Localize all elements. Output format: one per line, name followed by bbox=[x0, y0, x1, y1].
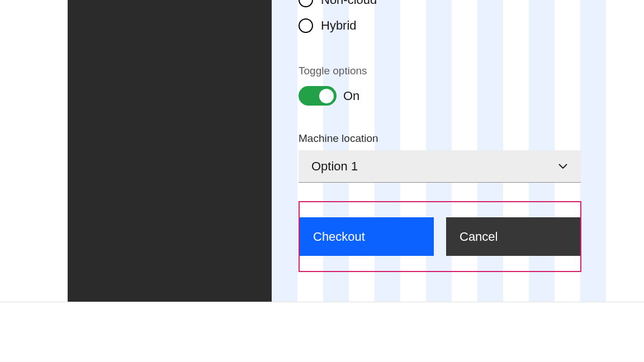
divider bbox=[0, 302, 644, 302]
dropdown-selected-value: Option 1 bbox=[311, 159, 358, 174]
main-panel: Non-cloud Hybrid Toggle options On Machi… bbox=[272, 0, 632, 302]
toggle-switch[interactable] bbox=[299, 86, 337, 106]
chevron-down-icon bbox=[557, 161, 569, 172]
radio-circle-icon bbox=[299, 0, 313, 7]
location-dropdown[interactable]: Option 1 bbox=[299, 150, 581, 183]
button-label: Cancel bbox=[460, 230, 498, 244]
radio-circle-icon bbox=[299, 18, 313, 33]
radio-option-non-cloud[interactable]: Non-cloud bbox=[299, 0, 605, 8]
sidebar-panel bbox=[68, 0, 272, 302]
radio-label: Hybrid bbox=[321, 18, 357, 33]
toggle-row: On bbox=[299, 86, 605, 106]
button-label: Checkout bbox=[313, 230, 365, 244]
button-group-highlight: Checkout Cancel bbox=[299, 201, 581, 272]
toggle-state-label: On bbox=[343, 89, 359, 103]
toggle-section: Toggle options On bbox=[299, 65, 605, 106]
toggle-knob bbox=[319, 89, 334, 103]
form-content: Non-cloud Hybrid Toggle options On Machi… bbox=[272, 0, 632, 272]
section-label-toggle: Toggle options bbox=[299, 65, 605, 77]
location-section: Machine location Option 1 bbox=[299, 132, 605, 183]
section-label-location: Machine location bbox=[299, 132, 605, 145]
radio-label: Non-cloud bbox=[321, 0, 377, 7]
checkout-button[interactable]: Checkout bbox=[300, 217, 434, 256]
app-window: Non-cloud Hybrid Toggle options On Machi… bbox=[68, 0, 632, 302]
radio-option-hybrid[interactable]: Hybrid bbox=[299, 18, 605, 34]
cancel-button[interactable]: Cancel bbox=[446, 217, 580, 256]
